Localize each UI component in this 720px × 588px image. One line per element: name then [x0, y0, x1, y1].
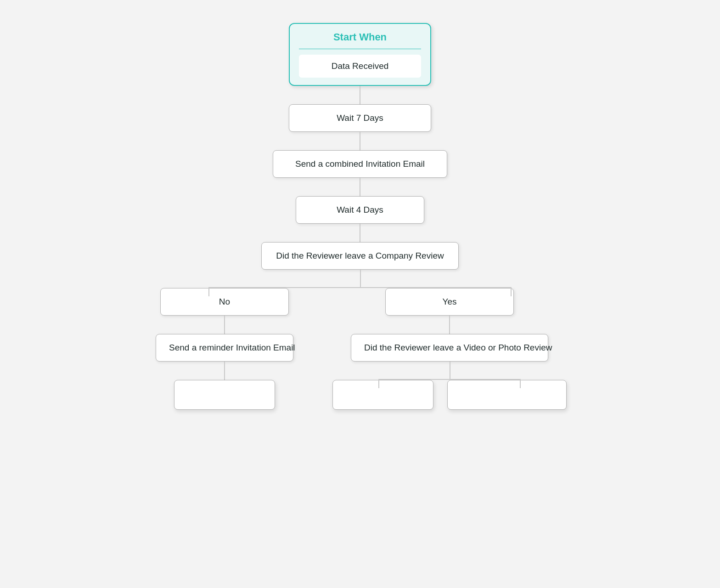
left-branch-line [208, 287, 209, 296]
sub-left-cut-node [332, 380, 433, 410]
wait-7-days-label: Wait 7 Days [337, 113, 383, 123]
sub-right-cut-node [447, 380, 567, 410]
start-when-content: Data Received [299, 55, 421, 78]
connector-line [360, 86, 360, 104]
branch-connector [153, 270, 567, 288]
connector-line [360, 224, 360, 242]
invitation-email-node[interactable]: Send a combined Invitation Email [273, 150, 447, 178]
horizontal-branch-line [208, 287, 512, 288]
no-node[interactable]: No [160, 288, 289, 316]
branches-container: No Send a reminder Invitation Email Yes … [153, 288, 567, 410]
sub-branch-connector [332, 362, 567, 380]
sub-horizontal-line [378, 379, 521, 380]
no-label: No [219, 297, 230, 306]
wait-7-days-node[interactable]: Wait 7 Days [289, 104, 431, 132]
company-review-label: Did the Reviewer leave a Company Review [276, 251, 444, 260]
right-branch-line [511, 287, 512, 296]
vertical-split-line [360, 270, 361, 288]
yes-label: Yes [443, 297, 457, 306]
flowchart: Start When Data Received Wait 7 Days Sen… [0, 23, 720, 410]
no-branch: No Send a reminder Invitation Email [153, 288, 296, 410]
sub-right-branch [447, 380, 567, 410]
sub-left-line [378, 379, 379, 388]
yes-node[interactable]: Yes [385, 288, 514, 316]
yes-branch: Yes Did the Reviewer leave a Video or Ph… [332, 288, 567, 410]
cut-off-node-left [174, 380, 275, 410]
company-review-node[interactable]: Did the Reviewer leave a Company Review [261, 242, 459, 270]
connector-line [360, 132, 360, 150]
start-when-node[interactable]: Start When Data Received [289, 23, 431, 86]
reminder-email-label: Send a reminder Invitation Email [169, 343, 295, 352]
connector-line [449, 316, 450, 334]
sub-branches-container [332, 380, 567, 410]
connector-line [360, 178, 360, 196]
wait-4-days-label: Wait 4 Days [337, 205, 383, 215]
start-when-title: Start When [299, 31, 421, 49]
sub-left-branch [332, 380, 433, 410]
video-review-label: Did the Reviewer leave a Video or Photo … [364, 343, 552, 352]
reminder-email-node[interactable]: Send a reminder Invitation Email [156, 334, 293, 362]
connector-line [224, 316, 225, 334]
sub-right-line [520, 379, 521, 388]
wait-4-days-node[interactable]: Wait 4 Days [296, 196, 424, 224]
connector-line [224, 362, 225, 380]
video-review-node[interactable]: Did the Reviewer leave a Video or Photo … [351, 334, 548, 362]
sub-vertical-line [450, 362, 450, 380]
invitation-email-label: Send a combined Invitation Email [295, 159, 425, 169]
